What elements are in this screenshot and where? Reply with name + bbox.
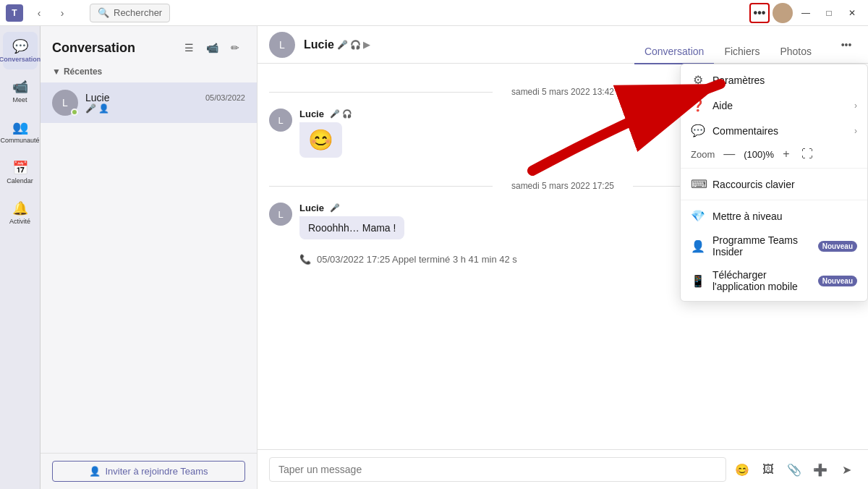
msg-avatar-2: L bbox=[269, 203, 292, 226]
invite-button[interactable]: 👤 Inviter à rejoindre Teams bbox=[52, 461, 245, 482]
titlebar: T ‹ › 🔍 Rechercher ••• — □ ✕ bbox=[0, 0, 868, 26]
more-options-button[interactable]: ••• bbox=[749, 3, 770, 23]
search-icon: 🔍 bbox=[98, 7, 109, 18]
menu-divider-2 bbox=[681, 200, 867, 200]
zoom-label: Zoom bbox=[691, 149, 715, 160]
chat-header-actions: ••• bbox=[836, 35, 856, 55]
emoji-button[interactable]: 😊 bbox=[732, 459, 752, 480]
insider-badge: Nouveau bbox=[818, 241, 857, 252]
back-button[interactable]: ‹ bbox=[29, 3, 49, 23]
recents-label[interactable]: ▼ Récentes bbox=[41, 64, 257, 82]
upgrade-icon: 💎 bbox=[691, 209, 705, 223]
gear-icon: ⚙ bbox=[691, 73, 705, 87]
dropdown-menu: ⚙ Paramètres ❓ Aide › 💬 Commentaires › Z… bbox=[680, 64, 868, 302]
menu-item-insider[interactable]: 👤 Programme Teams Insider Nouveau bbox=[681, 229, 867, 263]
menu-item-commentaires[interactable]: 💬 Commentaires › bbox=[681, 118, 867, 143]
titlebar-right: ••• — □ ✕ bbox=[749, 3, 862, 23]
conv-panel-header: Conversation ☰ 📹 ✏ bbox=[41, 26, 257, 64]
chat-name-area: Lucie 🎤 🎧 ▶ bbox=[304, 38, 626, 51]
conv-item-info: Lucie 05/03/2022 🎤 👤 bbox=[85, 92, 245, 114]
mobile-icon: 📱 bbox=[691, 274, 705, 288]
chat-contact-avatar: L bbox=[269, 32, 295, 58]
zoom-value: (100)% bbox=[744, 149, 774, 160]
chat-tabs: Conversation Fichiers Photos bbox=[634, 33, 822, 57]
chat-more-button[interactable]: ••• bbox=[836, 35, 856, 55]
new-conversation-button[interactable]: ✏ bbox=[225, 38, 245, 58]
tab-conversation[interactable]: Conversation bbox=[634, 40, 715, 64]
parametres-label: Paramètres bbox=[712, 75, 857, 86]
zoom-row: Zoom — (100)% + ⛶ bbox=[681, 143, 867, 165]
menu-item-shortcuts[interactable]: ⌨ Raccourcis clavier bbox=[681, 171, 867, 197]
close-button[interactable]: ✕ bbox=[842, 3, 862, 23]
emoji-message: 😊 bbox=[308, 129, 333, 151]
main-layout: 💬 Conversation 📹 Meet 👥 Communauté 📅 Cal… bbox=[0, 26, 868, 489]
minimize-button[interactable]: — bbox=[796, 3, 816, 23]
keyboard-icon: ⌨ bbox=[691, 177, 705, 191]
conversation-nav-label: Conversation bbox=[0, 56, 41, 63]
menu-divider bbox=[681, 168, 867, 169]
menu-item-parametres[interactable]: ⚙ Paramètres bbox=[681, 67, 867, 93]
filter-button[interactable]: ☰ bbox=[179, 38, 199, 58]
attach-button[interactable]: 📎 bbox=[784, 459, 804, 480]
sidebar-item-calendar[interactable]: 📅 Calendar bbox=[3, 153, 38, 191]
menu-item-mobile[interactable]: 📱 Télécharger l'application mobile Nouve… bbox=[681, 263, 867, 298]
call-record-text: 05/03/2022 17:25 Appel terminé 3 h 41 mi… bbox=[317, 254, 517, 265]
msg-author: Lucie bbox=[299, 109, 324, 119]
video-call-button[interactable]: 📹 bbox=[202, 38, 222, 58]
shortcuts-label: Raccourcis clavier bbox=[712, 179, 857, 190]
conv-item-avatar: L bbox=[52, 90, 78, 116]
chat-contact-name: Lucie 🎤 🎧 ▶ bbox=[304, 38, 626, 51]
conv-panel-title: Conversation bbox=[52, 41, 135, 56]
conv-name-row: Lucie 05/03/2022 bbox=[85, 92, 245, 103]
zoom-screen-button[interactable]: ⛶ bbox=[799, 146, 816, 162]
msg-author-2: Lucie bbox=[299, 203, 324, 213]
meet-nav-label: Meet bbox=[12, 96, 27, 103]
tab-fichiers[interactable]: Fichiers bbox=[714, 40, 770, 64]
conv-panel-actions: ☰ 📹 ✏ bbox=[179, 38, 245, 58]
insider-label: Programme Teams Insider bbox=[712, 234, 811, 258]
status-dot bbox=[71, 109, 78, 116]
chat-area: L Lucie 🎤 🎧 ▶ Conversation Fichiers Phot… bbox=[258, 26, 868, 489]
gif-button[interactable]: 🖼 bbox=[758, 459, 778, 480]
menu-item-upgrade[interactable]: 💎 Mettre à niveau bbox=[681, 203, 867, 229]
invite-icon: 👤 bbox=[89, 466, 101, 477]
zoom-out-button[interactable]: — bbox=[720, 146, 738, 162]
search-bar[interactable]: 🔍 Rechercher bbox=[90, 4, 170, 22]
invite-bar: 👤 Inviter à rejoindre Teams bbox=[41, 453, 257, 489]
commentaires-label: Commentaires bbox=[712, 125, 847, 137]
upgrade-label: Mettre à niveau bbox=[712, 211, 857, 222]
aide-label: Aide bbox=[712, 100, 847, 111]
chevron-down-icon: ▼ bbox=[52, 67, 61, 77]
sidebar-item-activity[interactable]: 🔔 Activité bbox=[3, 194, 38, 231]
conversation-list: L Lucie 05/03/2022 🎤 👤 bbox=[41, 82, 257, 453]
conversation-panel: Conversation ☰ 📹 ✏ ▼ Récentes L Lucie 0 bbox=[41, 26, 258, 489]
conv-item-icons: 🎤 👤 bbox=[85, 103, 245, 114]
msg-avatar: L bbox=[269, 109, 292, 132]
mobile-badge: Nouveau bbox=[818, 276, 857, 286]
user-avatar[interactable] bbox=[773, 3, 793, 23]
nav-buttons: ‹ › bbox=[29, 3, 72, 23]
send-button[interactable]: ➤ bbox=[836, 459, 856, 480]
zoom-in-button[interactable]: + bbox=[780, 146, 792, 162]
activity-nav-label: Activité bbox=[9, 218, 30, 225]
meet-icon: 📹 bbox=[12, 79, 28, 95]
msg-time-icons: 🎤 🎧 bbox=[330, 109, 352, 119]
maximize-button[interactable]: □ bbox=[819, 3, 839, 23]
chat-name-icons: 🎤 🎧 ▶ bbox=[337, 40, 370, 50]
conv-item-date: 05/03/2022 bbox=[205, 93, 245, 102]
forward-button[interactable]: › bbox=[52, 3, 72, 23]
chat-input[interactable] bbox=[269, 457, 726, 482]
chat-input-area: 😊 🖼 📎 ➕ ➤ bbox=[258, 449, 868, 489]
list-item[interactable]: L Lucie 05/03/2022 🎤 👤 bbox=[41, 82, 257, 123]
menu-item-aide[interactable]: ❓ Aide › bbox=[681, 93, 867, 118]
comment-icon: 💬 bbox=[691, 124, 705, 137]
sidebar-item-meet[interactable]: 📹 Meet bbox=[3, 72, 38, 110]
community-icon: 👥 bbox=[12, 119, 28, 135]
sidebar-item-conversation[interactable]: 💬 Conversation bbox=[3, 32, 38, 69]
msg-bubble-emoji: 😊 bbox=[299, 122, 342, 158]
add-button[interactable]: ➕ bbox=[810, 459, 830, 480]
search-placeholder: Rechercher bbox=[114, 7, 162, 18]
sidebar-item-community[interactable]: 👥 Communauté bbox=[3, 113, 38, 150]
chevron-right-icon-2: › bbox=[854, 126, 857, 136]
tab-photos[interactable]: Photos bbox=[770, 40, 822, 64]
